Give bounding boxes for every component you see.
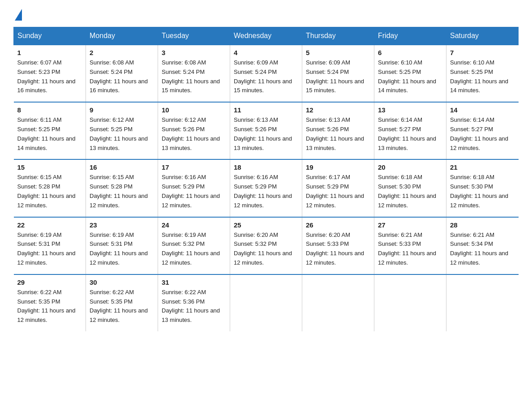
calendar-cell: 31 Sunrise: 6:22 AMSunset: 5:36 PMDaylig… — [158, 274, 230, 331]
day-info: Sunrise: 6:10 AMSunset: 5:25 PMDaylight:… — [378, 58, 442, 95]
header-tuesday: Tuesday — [158, 27, 230, 45]
calendar-cell: 16 Sunrise: 6:15 AMSunset: 5:28 PMDaylig… — [86, 159, 158, 217]
calendar-cell: 13 Sunrise: 6:14 AMSunset: 5:27 PMDaylig… — [374, 102, 446, 159]
calendar-cell: 28 Sunrise: 6:21 AMSunset: 5:34 PMDaylig… — [446, 217, 519, 274]
day-info: Sunrise: 6:15 AMSunset: 5:28 PMDaylight:… — [90, 173, 154, 210]
day-info: Sunrise: 6:18 AMSunset: 5:30 PMDaylight:… — [378, 173, 442, 210]
calendar-cell — [302, 274, 374, 331]
calendar-cell: 10 Sunrise: 6:12 AMSunset: 5:26 PMDaylig… — [158, 102, 230, 159]
day-info: Sunrise: 6:15 AMSunset: 5:28 PMDaylight:… — [17, 173, 82, 210]
calendar-cell: 12 Sunrise: 6:13 AMSunset: 5:26 PMDaylig… — [302, 102, 374, 159]
day-info: Sunrise: 6:20 AMSunset: 5:32 PMDaylight:… — [234, 231, 298, 268]
calendar-cell: 21 Sunrise: 6:18 AMSunset: 5:30 PMDaylig… — [446, 159, 519, 217]
day-info: Sunrise: 6:19 AMSunset: 5:32 PMDaylight:… — [162, 231, 226, 268]
day-number: 26 — [306, 221, 370, 229]
day-info: Sunrise: 6:09 AMSunset: 5:24 PMDaylight:… — [306, 58, 370, 95]
calendar-cell: 30 Sunrise: 6:22 AMSunset: 5:35 PMDaylig… — [86, 274, 158, 331]
day-info: Sunrise: 6:11 AMSunset: 5:25 PMDaylight:… — [17, 116, 82, 153]
calendar-cell: 20 Sunrise: 6:18 AMSunset: 5:30 PMDaylig… — [374, 159, 446, 217]
calendar-cell: 2 Sunrise: 6:08 AMSunset: 5:24 PMDayligh… — [86, 45, 158, 102]
day-info: Sunrise: 6:22 AMSunset: 5:36 PMDaylight:… — [162, 288, 226, 325]
day-info: Sunrise: 6:08 AMSunset: 5:24 PMDaylight:… — [162, 58, 226, 95]
calendar-cell: 19 Sunrise: 6:17 AMSunset: 5:29 PMDaylig… — [302, 159, 374, 217]
day-number: 24 — [162, 221, 226, 229]
day-number: 9 — [90, 106, 154, 114]
day-number: 20 — [378, 163, 442, 171]
calendar-cell: 24 Sunrise: 6:19 AMSunset: 5:32 PMDaylig… — [158, 217, 230, 274]
day-info: Sunrise: 6:14 AMSunset: 5:27 PMDaylight:… — [378, 116, 442, 153]
day-info: Sunrise: 6:12 AMSunset: 5:26 PMDaylight:… — [162, 116, 226, 153]
day-number: 2 — [90, 49, 154, 56]
calendar-cell: 18 Sunrise: 6:16 AMSunset: 5:29 PMDaylig… — [230, 159, 302, 217]
day-info: Sunrise: 6:07 AMSunset: 5:23 PMDaylight:… — [17, 58, 82, 95]
day-info: Sunrise: 6:14 AMSunset: 5:27 PMDaylight:… — [450, 116, 515, 153]
calendar-cell: 25 Sunrise: 6:20 AMSunset: 5:32 PMDaylig… — [230, 217, 302, 274]
calendar-cell — [374, 274, 446, 331]
header-sunday: Sunday — [14, 27, 86, 45]
header-wednesday: Wednesday — [230, 27, 302, 45]
calendar-week-row: 29 Sunrise: 6:22 AMSunset: 5:35 PMDaylig… — [14, 274, 519, 331]
day-number: 8 — [17, 106, 82, 114]
day-info: Sunrise: 6:16 AMSunset: 5:29 PMDaylight:… — [162, 173, 226, 210]
calendar-week-row: 8 Sunrise: 6:11 AMSunset: 5:25 PMDayligh… — [14, 102, 519, 159]
day-number: 21 — [450, 163, 515, 171]
day-number: 31 — [162, 278, 226, 286]
day-info: Sunrise: 6:10 AMSunset: 5:25 PMDaylight:… — [450, 58, 515, 95]
calendar-cell: 17 Sunrise: 6:16 AMSunset: 5:29 PMDaylig… — [158, 159, 230, 217]
calendar-cell: 26 Sunrise: 6:20 AMSunset: 5:33 PMDaylig… — [302, 217, 374, 274]
day-number: 18 — [234, 163, 298, 171]
day-number: 15 — [17, 163, 82, 171]
calendar-cell: 8 Sunrise: 6:11 AMSunset: 5:25 PMDayligh… — [14, 102, 86, 159]
calendar-cell: 23 Sunrise: 6:19 AMSunset: 5:31 PMDaylig… — [86, 217, 158, 274]
day-number: 5 — [306, 49, 370, 56]
calendar-cell: 7 Sunrise: 6:10 AMSunset: 5:25 PMDayligh… — [446, 45, 519, 102]
day-number: 3 — [162, 49, 226, 56]
header-friday: Friday — [374, 27, 446, 45]
day-number: 7 — [450, 49, 515, 56]
calendar-cell — [446, 274, 519, 331]
day-number: 28 — [450, 221, 515, 229]
calendar-week-row: 22 Sunrise: 6:19 AMSunset: 5:31 PMDaylig… — [14, 217, 519, 274]
calendar-cell: 29 Sunrise: 6:22 AMSunset: 5:35 PMDaylig… — [14, 274, 86, 331]
page-header — [13, 9, 519, 19]
day-number: 10 — [162, 106, 226, 114]
calendar-week-row: 1 Sunrise: 6:07 AMSunset: 5:23 PMDayligh… — [14, 45, 519, 102]
day-info: Sunrise: 6:08 AMSunset: 5:24 PMDaylight:… — [90, 58, 154, 95]
day-info: Sunrise: 6:22 AMSunset: 5:35 PMDaylight:… — [17, 288, 82, 325]
header-thursday: Thursday — [302, 27, 374, 45]
day-number: 25 — [234, 221, 298, 229]
day-info: Sunrise: 6:09 AMSunset: 5:24 PMDaylight:… — [234, 58, 298, 95]
logo — [13, 9, 22, 19]
day-number: 12 — [306, 106, 370, 114]
day-number: 13 — [378, 106, 442, 114]
day-number: 19 — [306, 163, 370, 171]
calendar-cell: 1 Sunrise: 6:07 AMSunset: 5:23 PMDayligh… — [14, 45, 86, 102]
calendar-cell — [230, 274, 302, 331]
day-number: 1 — [17, 49, 82, 56]
day-info: Sunrise: 6:17 AMSunset: 5:29 PMDaylight:… — [306, 173, 370, 210]
day-info: Sunrise: 6:12 AMSunset: 5:25 PMDaylight:… — [90, 116, 154, 153]
day-info: Sunrise: 6:21 AMSunset: 5:34 PMDaylight:… — [450, 231, 515, 268]
day-info: Sunrise: 6:18 AMSunset: 5:30 PMDaylight:… — [450, 173, 515, 210]
day-number: 11 — [234, 106, 298, 114]
day-number: 27 — [378, 221, 442, 229]
calendar-cell: 6 Sunrise: 6:10 AMSunset: 5:25 PMDayligh… — [374, 45, 446, 102]
day-info: Sunrise: 6:13 AMSunset: 5:26 PMDaylight:… — [234, 116, 298, 153]
day-info: Sunrise: 6:16 AMSunset: 5:29 PMDaylight:… — [234, 173, 298, 210]
calendar-cell: 15 Sunrise: 6:15 AMSunset: 5:28 PMDaylig… — [14, 159, 86, 217]
day-number: 6 — [378, 49, 442, 56]
calendar-cell: 9 Sunrise: 6:12 AMSunset: 5:25 PMDayligh… — [86, 102, 158, 159]
day-number: 22 — [17, 221, 82, 229]
day-info: Sunrise: 6:13 AMSunset: 5:26 PMDaylight:… — [306, 116, 370, 153]
header-monday: Monday — [86, 27, 158, 45]
day-info: Sunrise: 6:20 AMSunset: 5:33 PMDaylight:… — [306, 231, 370, 268]
calendar-cell: 4 Sunrise: 6:09 AMSunset: 5:24 PMDayligh… — [230, 45, 302, 102]
day-info: Sunrise: 6:21 AMSunset: 5:33 PMDaylight:… — [378, 231, 442, 268]
day-number: 4 — [234, 49, 298, 56]
day-info: Sunrise: 6:19 AMSunset: 5:31 PMDaylight:… — [17, 231, 82, 268]
day-info: Sunrise: 6:22 AMSunset: 5:35 PMDaylight:… — [90, 288, 154, 325]
calendar-cell: 27 Sunrise: 6:21 AMSunset: 5:33 PMDaylig… — [374, 217, 446, 274]
day-info: Sunrise: 6:19 AMSunset: 5:31 PMDaylight:… — [90, 231, 154, 268]
day-number: 17 — [162, 163, 226, 171]
calendar-cell: 3 Sunrise: 6:08 AMSunset: 5:24 PMDayligh… — [158, 45, 230, 102]
